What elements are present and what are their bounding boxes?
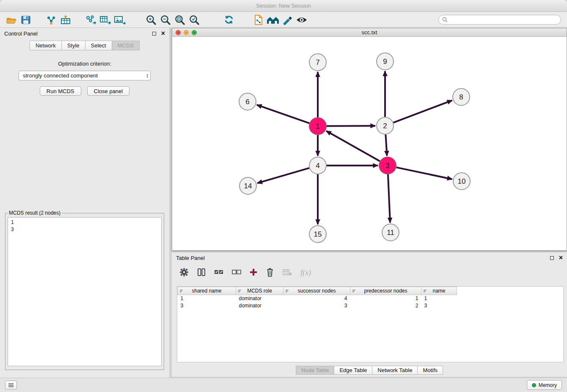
export-network-icon (85, 15, 97, 25)
select-all-columns-button[interactable] (214, 269, 223, 276)
table-row[interactable]: 3dominator323 (178, 302, 564, 309)
zoom-out-button[interactable] (158, 13, 173, 27)
zoom-selected-button[interactable] (187, 13, 201, 27)
table-row[interactable]: 1dominator411 (178, 295, 564, 302)
apply-layout-button[interactable] (266, 13, 280, 27)
edge-2-8[interactable] (394, 100, 452, 122)
edge-3-10[interactable] (396, 167, 452, 179)
export-image-button[interactable] (113, 13, 127, 27)
node-11[interactable]: 11 (382, 224, 399, 241)
home-layout-icon (266, 15, 280, 25)
svg-text:7: 7 (316, 58, 319, 66)
maximize-window-icon[interactable]: + (192, 30, 197, 35)
table-cell[interactable]: 1 (178, 295, 236, 302)
create-column-button[interactable] (250, 268, 257, 277)
float-table-panel-icon[interactable] (550, 256, 554, 260)
zoom-fit-button[interactable] (173, 13, 187, 27)
edge-4-14[interactable] (257, 168, 309, 183)
tab-mcds[interactable]: MCDS (112, 41, 140, 50)
node-7[interactable]: 7 (309, 54, 326, 71)
svg-text:15: 15 (314, 230, 322, 238)
window-title: Session: New Session (256, 3, 311, 9)
memory-label: Memory (539, 382, 557, 388)
column-header-predecessor-nodes[interactable]: predecessor nodes (350, 287, 421, 295)
table-cell[interactable]: 4 (284, 295, 350, 302)
function-builder-button[interactable]: f(x) (300, 268, 311, 277)
criterion-select[interactable]: strongly connected component ▴▾ (19, 71, 151, 80)
search-input[interactable] (450, 17, 557, 23)
node-1[interactable]: 1 (309, 118, 326, 135)
refresh-view-button[interactable] (222, 13, 236, 27)
tab-style[interactable]: Style (61, 41, 85, 50)
column-header-MCDS-role[interactable]: MCDS role (236, 287, 284, 295)
edge-1-6[interactable] (257, 105, 309, 123)
window-titlebar[interactable]: Session: New Session (0, 0, 567, 12)
refresh-icon (223, 15, 234, 25)
delete-column-button[interactable] (266, 268, 274, 278)
sort-icon (238, 289, 242, 293)
node-4[interactable]: 4 (309, 157, 326, 174)
run-mcds-button[interactable]: Run MCDS (40, 86, 81, 96)
node-2[interactable]: 2 (377, 117, 394, 134)
node-6[interactable]: 6 (239, 93, 256, 110)
mcds-buttons-row: Run MCDS Close panel (0, 86, 169, 96)
network-window-titlebar[interactable]: × − + scc.txt (172, 28, 567, 37)
delete-table-button[interactable] (283, 268, 292, 277)
list-icon (8, 383, 14, 387)
table-cell[interactable]: 1 (350, 295, 421, 302)
node-8[interactable]: 8 (453, 88, 470, 105)
edge-2-3[interactable] (385, 135, 387, 156)
memory-button[interactable]: Memory (527, 380, 562, 390)
tab-edge-table[interactable]: Edge Table (334, 366, 372, 375)
tab-motifs[interactable]: Motifs (417, 366, 443, 375)
task-history-button[interactable] (5, 381, 17, 389)
table-cell[interactable]: 3 (284, 302, 350, 309)
column-header-shared-name[interactable]: shared name (178, 287, 236, 295)
edge-3-1[interactable] (326, 131, 380, 161)
node-14[interactable]: 14 (239, 177, 256, 194)
mcds-result-list[interactable]: 13 (8, 217, 162, 366)
clone-network-button[interactable] (251, 13, 266, 27)
node-3[interactable]: 3 (379, 157, 396, 174)
close-window-icon[interactable]: × (176, 30, 181, 35)
close-panel-button[interactable]: Close panel (87, 86, 130, 96)
search-box[interactable] (438, 15, 561, 25)
import-network-button[interactable] (44, 13, 58, 27)
tab-network-table[interactable]: Network Table (372, 366, 417, 375)
table-cell[interactable]: 1 (421, 295, 457, 302)
edge-3-11[interactable] (388, 174, 390, 223)
edge-1-2[interactable] (327, 126, 375, 126)
column-header-successor-nodes[interactable]: successor nodes (284, 287, 350, 295)
table-cell[interactable]: dominator (236, 302, 284, 309)
unselect-all-icon (232, 269, 241, 275)
table-cell[interactable]: 2 (350, 302, 421, 309)
show-columns-button[interactable] (197, 268, 206, 278)
table-cell[interactable]: dominator (236, 295, 284, 302)
node-10[interactable]: 10 (453, 173, 470, 190)
tab-select[interactable]: Select (85, 41, 112, 50)
column-header-name[interactable]: name (421, 287, 457, 295)
import-table-button[interactable] (58, 13, 73, 27)
close-table-panel-icon[interactable]: × (559, 255, 563, 260)
table-cell[interactable]: 3 (178, 302, 236, 309)
table-settings-button[interactable] (179, 268, 189, 278)
apply-style-button[interactable] (280, 13, 295, 27)
export-table-button[interactable] (98, 13, 113, 27)
zoom-in-button[interactable] (144, 13, 158, 27)
export-network-button[interactable] (84, 13, 98, 27)
tab-network[interactable]: Network (30, 41, 61, 50)
node-9[interactable]: 9 (377, 53, 394, 70)
float-panel-icon[interactable] (152, 32, 156, 36)
node-15[interactable]: 15 (309, 226, 326, 243)
tab-node-table[interactable]: Node Table (296, 366, 334, 375)
minimize-window-icon[interactable]: − (184, 30, 189, 35)
save-session-button[interactable] (19, 13, 33, 27)
show-hide-graphics-button[interactable] (295, 13, 309, 27)
open-session-button[interactable] (4, 13, 19, 27)
unselect-all-columns-button[interactable] (232, 269, 241, 276)
close-panel-icon[interactable]: × (161, 31, 165, 36)
mcds-result-line: 3 (11, 226, 158, 233)
network-svg[interactable]: 7968124310141511 (172, 37, 567, 250)
optimization-criterion-label: Optimization criterion: (0, 61, 169, 67)
table-cell[interactable]: 3 (421, 302, 457, 309)
